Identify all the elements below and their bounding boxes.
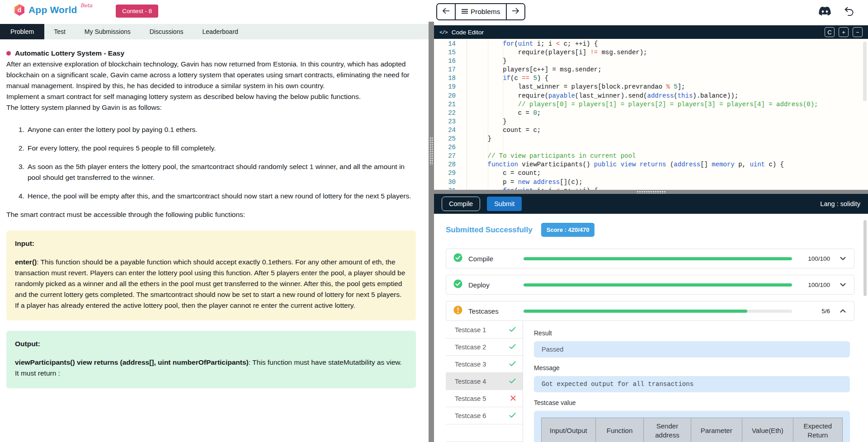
- tab-discussions[interactable]: Discussions: [140, 24, 193, 39]
- code-line: function viewParticipants() public view …: [472, 160, 818, 169]
- line-number: 27: [434, 152, 456, 160]
- code-line: // To view participants in current pool: [472, 152, 818, 160]
- code-editor-header: </> Code Editor C+−: [434, 25, 868, 39]
- editor-scrollbar[interactable]: [863, 42, 867, 101]
- editor-panel: </> Code Editor C+− 14151617181920212223…: [434, 22, 868, 442]
- table-header-cell: Input/Output: [542, 418, 596, 442]
- section-score: 100/100: [802, 255, 830, 262]
- section-label: Deploy: [468, 281, 515, 289]
- code-line: }: [472, 135, 818, 143]
- section-deploy[interactable]: Deploy100/100: [446, 275, 854, 295]
- svg-text:d: d: [18, 6, 22, 14]
- testcase-row[interactable]: Testcase 5: [446, 390, 523, 407]
- language-label: Lang : solidity: [820, 200, 860, 207]
- section-testcases[interactable]: Testcases5/6: [446, 301, 854, 321]
- output-description: viewParticipants() view returns (address…: [15, 357, 407, 379]
- testcase-list-empty-cell: [446, 424, 523, 442]
- output-heading: Output:: [15, 339, 407, 349]
- chevron-down-icon: [840, 283, 846, 287]
- section-score: 5/6: [802, 308, 830, 315]
- code-line: }: [472, 57, 818, 66]
- section-compile[interactable]: Compile100/100: [446, 249, 854, 268]
- line-number: 16: [434, 57, 456, 66]
- problems-menu-button[interactable]: Problems: [455, 4, 506, 19]
- cross-icon: [510, 395, 516, 402]
- tab-my-submissions[interactable]: My Submissions: [75, 24, 140, 39]
- problem-paragraph: After an extensive exploration of blockc…: [6, 59, 416, 91]
- warning-circle-icon: [453, 306, 462, 316]
- prev-problem-button[interactable]: [437, 4, 455, 19]
- problems-nav-group: Problems: [436, 3, 525, 20]
- next-problem-button[interactable]: [506, 4, 524, 19]
- testcase-row[interactable]: Testcase 1: [446, 321, 523, 339]
- testcases-detail-area: Testcase 1Testcase 2Testcase 3Testcase 4…: [446, 321, 854, 442]
- problem-list: 1.Anyone can enter the lottery pool by p…: [6, 124, 416, 202]
- input-section: Input: enter(): This function should be …: [6, 230, 416, 320]
- testcase-label: Testcase 4: [455, 378, 486, 385]
- section-score: 100/100: [802, 282, 830, 288]
- code-line: c = count;: [472, 169, 818, 178]
- code-icon: </>: [439, 29, 448, 35]
- testcase-label: Testcase 2: [455, 343, 486, 351]
- tab-problem[interactable]: Problem: [0, 24, 44, 39]
- vertical-splitter[interactable]: [429, 22, 434, 442]
- code-editor[interactable]: 141516171819202122232425262728293031 for…: [434, 39, 868, 190]
- check-icon: [509, 343, 516, 351]
- input-heading: Input:: [15, 238, 407, 249]
- undo-icon[interactable]: [844, 6, 854, 16]
- line-number: 21: [434, 100, 456, 109]
- contest-badge[interactable]: Contest - 8: [116, 5, 158, 18]
- testcase-row[interactable]: Testcase 6: [446, 407, 523, 424]
- progress-bar: [524, 283, 792, 287]
- chevron-up-icon: [840, 309, 846, 313]
- submission-status-row: Submitted Successfully Score : 420/470: [446, 223, 854, 237]
- problem-title: Automatic Lottery System - Easy: [6, 48, 416, 59]
- result-value: Passed: [534, 341, 850, 357]
- table-header-cell: Expected Return: [793, 418, 842, 442]
- results-panel: Submitted Successfully Score : 420/470 C…: [434, 214, 868, 442]
- line-number: 29: [434, 169, 456, 178]
- splitter-grip-icon: [637, 191, 665, 193]
- check-icon: [509, 361, 516, 368]
- code-editor-title: Code Editor: [452, 29, 484, 36]
- arrow-left-icon: [442, 8, 450, 16]
- check-circle-icon: [453, 279, 462, 290]
- code-line: players[c++] = msg.sender;: [472, 66, 818, 74]
- tab-leaderboard[interactable]: Leaderboard: [193, 24, 247, 39]
- list-item: 3.As soon as the 5th player enters the l…: [19, 161, 416, 183]
- input-description: enter(): This function should be a payab…: [15, 257, 407, 311]
- hamburger-icon: [462, 8, 468, 16]
- table-header-cell: Function: [595, 418, 644, 442]
- check-icon: [509, 378, 516, 385]
- reset-code-button[interactable]: C: [825, 27, 835, 37]
- testcase-label: Testcase 5: [455, 395, 486, 402]
- submit-button[interactable]: Submit: [487, 197, 522, 211]
- line-number: 23: [434, 118, 456, 126]
- line-number: 15: [434, 48, 456, 57]
- table-header-cell: Value(Eth): [742, 418, 793, 442]
- testcase-label: Testcase 3: [455, 361, 486, 368]
- testcase-row[interactable]: Testcase 4: [446, 373, 523, 390]
- testcase-label: Testcase 6: [455, 412, 486, 419]
- compile-button[interactable]: Compile: [442, 197, 480, 211]
- results-scrollbar[interactable]: [863, 220, 867, 296]
- code-line: last_winner = players[block.prevrandao %…: [472, 83, 818, 91]
- code-line: require(players[i] != msg.sender);: [472, 48, 818, 57]
- code-line: [472, 143, 818, 152]
- action-bar: Compile Submit Lang : solidity: [434, 194, 868, 214]
- section-label: Testcases: [468, 307, 515, 315]
- discord-icon[interactable]: [819, 6, 831, 16]
- testcase-row[interactable]: Testcase 3: [446, 356, 523, 373]
- brand[interactable]: d App World Beta: [14, 4, 92, 18]
- result-sections: Compile100/100Deploy100/100Testcases5/6: [446, 249, 854, 321]
- line-number: 25: [434, 135, 456, 143]
- tab-test[interactable]: Test: [44, 24, 75, 39]
- line-number: 20: [434, 92, 456, 100]
- testcase-row[interactable]: Testcase 2: [446, 339, 523, 356]
- bullet-dot-icon: [6, 51, 11, 56]
- horizontal-splitter[interactable]: [434, 190, 868, 194]
- increase-font-button[interactable]: +: [839, 27, 849, 37]
- decrease-font-button[interactable]: −: [853, 27, 863, 37]
- code-lines[interactable]: for(uint i; i < c; ++i) { require(player…: [456, 40, 818, 190]
- progress-bar: [524, 257, 792, 260]
